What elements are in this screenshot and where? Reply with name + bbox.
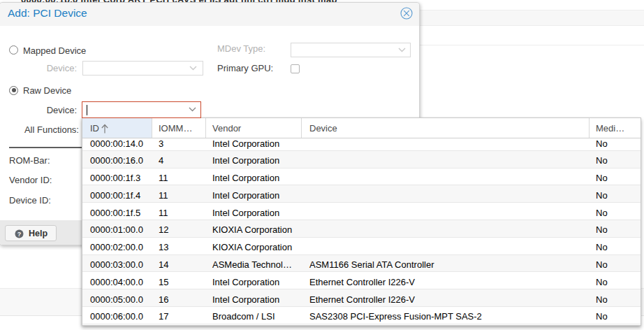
svg-text:?: ? (17, 230, 22, 237)
